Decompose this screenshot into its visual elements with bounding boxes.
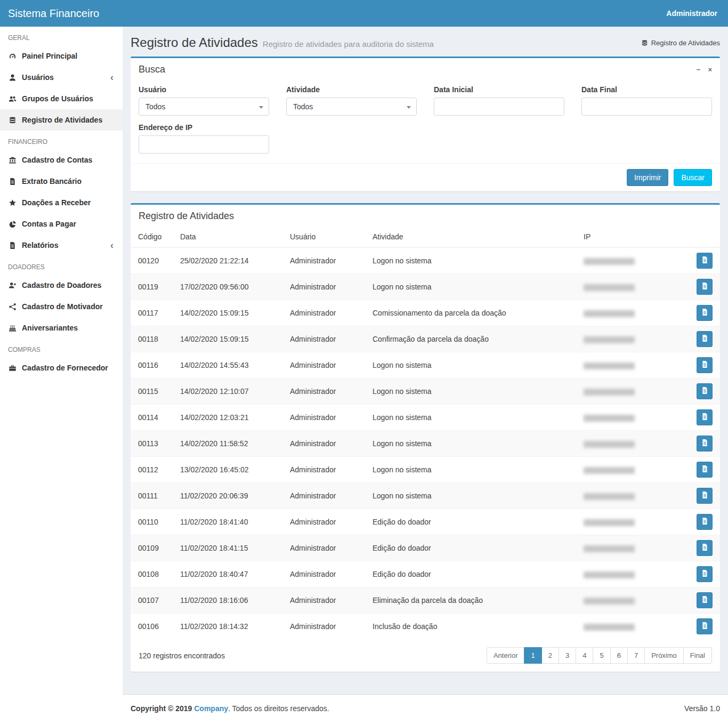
cell-usuario: Administrador — [286, 561, 368, 587]
pagination-item-7[interactable]: 7 — [627, 647, 645, 664]
form-field: Data Final — [581, 85, 712, 116]
sidebar-item-painel-principal[interactable]: Painel Principal — [0, 45, 123, 67]
copyright-text: Copyright © 2019 Company. Todos os direi… — [131, 704, 329, 713]
chevron-left-icon: ‹ — [110, 74, 115, 80]
bank-icon — [8, 156, 17, 164]
view-activity-button[interactable] — [697, 305, 713, 321]
endereco-de-ip-input[interactable] — [139, 135, 269, 154]
sidebar-item-cadastro-de-contas[interactable]: Cadastro de Contas — [0, 149, 123, 171]
pagination-item-3[interactable]: 3 — [559, 647, 576, 664]
sidebar-item-label: Cadastro de Contas — [22, 156, 115, 164]
cell-ip — [579, 509, 681, 535]
view-activity-button[interactable] — [697, 409, 713, 425]
sidebar-item-relatorios[interactable]: Relatórios ‹ — [0, 235, 123, 256]
pagination-item-6[interactable]: 6 — [610, 647, 628, 664]
cell-codigo: 00112 — [131, 457, 176, 483]
view-activity-button[interactable] — [697, 279, 713, 295]
view-activity-button[interactable] — [697, 253, 713, 269]
data-final-input[interactable] — [581, 98, 712, 116]
birthday-cake-icon — [8, 324, 17, 332]
sidebar-item-contas-a-pagar[interactable]: Contas a Pagar — [0, 213, 123, 235]
view-activity-button[interactable] — [697, 488, 713, 504]
cell-actions — [681, 300, 720, 326]
chevron-left-icon: ‹ — [110, 242, 115, 248]
sidebar-item-label: Usuários — [22, 73, 110, 82]
table-row: 00107 11/02/2020 18:16:06 Administrador … — [131, 587, 720, 614]
collapse-icon[interactable]: − — [697, 66, 701, 73]
view-activity-button[interactable] — [697, 592, 713, 608]
sidebar-item-aniversariantes[interactable]: Aniversariantes — [0, 317, 123, 339]
redacted-ip-value — [584, 415, 635, 422]
pagination-item-1[interactable]: 1 — [524, 647, 541, 664]
cell-codigo: 00109 — [131, 535, 176, 561]
box-tools: − × — [697, 66, 712, 73]
atividade-select[interactable]: Todos — [286, 98, 417, 116]
cell-actions — [681, 509, 720, 535]
search-box-footer: Imprimir Buscar — [131, 163, 720, 191]
table-row: 00109 11/02/2020 18:41:15 Administrador … — [131, 535, 720, 561]
redacted-ip-value — [584, 441, 635, 448]
print-button[interactable]: Imprimir — [627, 169, 669, 186]
breadcrumb-label: Registro de Atividades — [651, 39, 720, 47]
table-row: 00106 11/02/2020 18:14:32 Administrador … — [131, 614, 720, 640]
pagination-item-anterior[interactable]: Anterior — [487, 647, 525, 664]
sidebar-item-label: Extrato Bancário — [22, 177, 115, 186]
pagination: Anterior1234567PróximoFinal — [487, 647, 712, 664]
sidebar-menu: GERAL Painel Principal Usuários ‹ Grupos… — [0, 27, 123, 378]
user-menu[interactable]: Administrador — [666, 9, 728, 18]
field-label: Usuário — [139, 85, 269, 94]
cell-atividade: Confirmação da parcela da doação — [368, 326, 579, 352]
view-activity-button[interactable] — [697, 436, 713, 452]
cell-actions — [681, 535, 720, 561]
view-activity-button[interactable] — [697, 357, 713, 373]
cell-usuario: Administrador — [286, 535, 368, 561]
pagination-item-5[interactable]: 5 — [593, 647, 610, 664]
close-icon[interactable]: × — [708, 66, 712, 73]
column-header: Código — [131, 228, 176, 247]
search-box: Busca − × Usuário Todos Atividade — [131, 57, 720, 191]
cell-data: 11/02/2020 18:40:47 — [176, 561, 286, 587]
page-title: Registro de Atividades — [131, 35, 258, 50]
view-activity-button[interactable] — [697, 462, 713, 478]
redacted-ip-value — [584, 545, 635, 552]
cell-usuario: Administrador — [286, 247, 368, 274]
pagination-item-2[interactable]: 2 — [541, 647, 559, 664]
view-activity-button[interactable] — [697, 566, 713, 582]
sidebar-item-cadastro-de-motivador[interactable]: Cadastro de Motivador — [0, 296, 123, 317]
sidebar-item-registro-de-atividades[interactable]: Registro de Atividades — [0, 109, 123, 131]
pie-chart-icon — [8, 220, 17, 228]
search-button[interactable]: Buscar — [674, 169, 712, 186]
pagination-item-próximo[interactable]: Próximo — [644, 647, 684, 664]
sidebar-item-extrato-bancario[interactable]: Extrato Bancário — [0, 171, 123, 192]
view-activity-button[interactable] — [697, 540, 713, 556]
company-link[interactable]: Company — [194, 704, 228, 713]
file-icon — [701, 439, 709, 448]
data-inicial-input[interactable] — [434, 98, 564, 116]
usuario-select[interactable]: Todos — [139, 98, 269, 116]
database-icon — [8, 116, 17, 124]
sidebar-item-grupos-de-usuarios[interactable]: Grupos de Usuários — [0, 88, 123, 109]
file-icon — [701, 308, 709, 318]
cell-usuario: Administrador — [286, 614, 368, 640]
cell-data: 14/02/2020 15:09:15 — [176, 326, 286, 352]
sidebar-item-doacoes-a-receber[interactable]: Doações a Receber — [0, 192, 123, 213]
file-icon — [701, 543, 709, 553]
app-brand[interactable]: Sistema Financeiro — [0, 7, 123, 20]
sidebar-item-cadastro-de-fornecedor[interactable]: Cadastro de Fornecedor — [0, 357, 123, 378]
sidebar-item-cadastro-de-doadores[interactable]: Cadastro de Doadores — [0, 275, 123, 296]
search-box-body: Usuário Todos Atividade Todos Data Inici… — [131, 81, 720, 163]
pagination-item-final[interactable]: Final — [683, 647, 712, 664]
pagination-item-4[interactable]: 4 — [576, 647, 593, 664]
view-activity-button[interactable] — [697, 618, 713, 634]
redacted-ip-value — [584, 336, 635, 343]
activity-table: CódigoDataUsuárioAtividadeIP 00120 25/02… — [131, 228, 720, 639]
sidebar-item-label: Doações a Receber — [22, 198, 115, 207]
copyright-suffix: . Todos os direitos reservados. — [228, 704, 329, 713]
view-activity-button[interactable] — [697, 514, 713, 530]
content-header: Registro de Atividades Registro de ativi… — [123, 27, 728, 57]
sidebar-item-usuarios[interactable]: Usuários ‹ — [0, 67, 123, 88]
view-activity-button[interactable] — [697, 383, 713, 399]
view-activity-button[interactable] — [697, 331, 713, 347]
cell-codigo: 00115 — [131, 378, 176, 405]
sidebar-item-label: Relatórios — [22, 241, 110, 249]
